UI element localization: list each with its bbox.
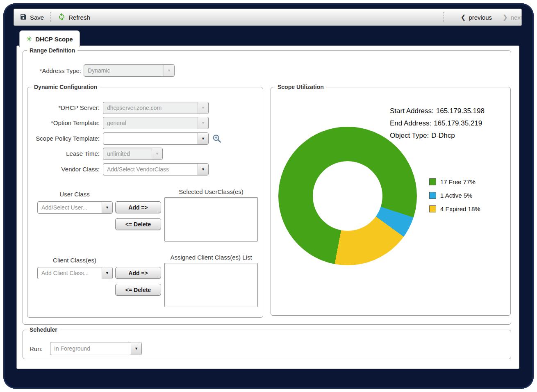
user-class-select[interactable]: Add/Select User... ▼ — [37, 201, 113, 214]
userclass-add-button[interactable]: Add => — [115, 201, 161, 213]
save-icon — [20, 13, 27, 22]
selected-userclass-list[interactable] — [164, 197, 258, 242]
chevron-down-icon[interactable]: ▼ — [131, 342, 141, 355]
chevron-down-icon[interactable]: ▼ — [198, 133, 208, 144]
legend-swatch-expired — [429, 205, 436, 212]
next-button[interactable]: ❯ next — [503, 14, 522, 21]
end-address-value: 165.179.35.219 — [434, 119, 482, 127]
toolbar-divider — [50, 12, 51, 22]
client-class-header: Client Class(es) — [36, 257, 114, 265]
tab-label: DHCP Scope — [35, 36, 73, 43]
refresh-label: Refresh — [68, 14, 90, 21]
clientclass-delete-button[interactable]: <= Delete — [115, 284, 161, 296]
user-class-placeholder: Add/Select User... — [38, 202, 102, 213]
content-panel: Range Definition *Address Type: Dynamic … — [16, 46, 519, 369]
lease-time-label: Lease Time: — [35, 150, 100, 158]
assigned-clientclass-title: Assigned Client Class(es) List — [163, 254, 259, 262]
start-address-line: Start Address:165.179.35.198 — [390, 107, 485, 119]
legend-row-expired: 4 Expired 18% — [429, 205, 480, 212]
vendor-class-label: Vendor Class: — [35, 166, 100, 174]
address-type-label: *Address Type: — [25, 67, 81, 75]
object-type-label: Object Type: — [390, 132, 429, 139]
end-address-line: End Address:165.179.35.219 — [390, 119, 485, 132]
range-definition-group: Range Definition *Address Type: Dynamic … — [23, 50, 511, 325]
run-select[interactable]: In Foreground ▼ — [50, 342, 142, 355]
userclass-delete-button[interactable]: <= Delete — [115, 218, 161, 230]
vendor-class-placeholder: Add/Select VendorClass — [103, 164, 198, 175]
lease-time-select[interactable]: unlimited ▼ — [103, 148, 163, 160]
scheduler-group: Scheduler Run: In Foreground ▼ — [23, 330, 511, 359]
assigned-clientclass-list[interactable] — [164, 263, 258, 307]
save-label: Save — [30, 14, 44, 21]
scope-utilization-donut — [278, 127, 417, 265]
scope-policy-template-value — [103, 133, 198, 144]
chevron-down-icon[interactable]: ▼ — [152, 148, 162, 160]
run-label: Run: — [30, 345, 48, 353]
object-type-value: D-Dhcp — [431, 132, 455, 139]
scheduler-legend: Scheduler — [27, 326, 60, 333]
scope-policy-template-select[interactable]: ▼ — [103, 132, 209, 145]
object-type-line: Object Type:D-Dhcp — [390, 132, 485, 144]
legend-label-free: 17 Free 77% — [440, 178, 476, 185]
scope-utilization-legend: Scope Utilization — [275, 84, 326, 90]
previous-label: previous — [469, 14, 492, 21]
chevron-left-icon: ❮ — [461, 14, 466, 21]
chevron-down-icon[interactable]: ▼ — [198, 102, 208, 114]
legend-label-expired: 4 Expired 18% — [440, 205, 480, 212]
scope-info: Start Address:165.179.35.198 End Address… — [390, 107, 485, 144]
refresh-icon — [58, 13, 66, 22]
chevron-down-icon[interactable]: ▼ — [102, 267, 112, 279]
option-template-value: general — [103, 117, 198, 129]
toolbar-divider — [443, 12, 444, 22]
client-class-placeholder: Add Client Class... — [38, 267, 102, 279]
run-value: In Foreground — [50, 342, 131, 355]
lease-time-value: unlimited — [103, 148, 152, 160]
dhcp-server-label: *DHCP Server: — [35, 104, 100, 112]
scope-utilization-group: Scope Utilization Start Address:165.179.… — [271, 87, 511, 316]
search-magnifier-icon[interactable] — [212, 134, 222, 145]
legend-row-active: 1 Active 5% — [429, 192, 480, 199]
legend-swatch-free — [429, 178, 436, 185]
vendor-class-select[interactable]: Add/Select VendorClass ▼ — [103, 163, 209, 175]
donut-hole — [313, 161, 382, 231]
legend-label-active: 1 Active 5% — [440, 192, 472, 199]
start-address-value: 165.179.35.198 — [436, 107, 485, 115]
tab-dhcp-scope[interactable]: ✳ DHCP Scope — [19, 30, 80, 47]
start-address-label: Start Address: — [390, 107, 434, 115]
user-class-header: User Class — [36, 191, 114, 199]
legend-row-free: 17 Free 77% — [429, 178, 480, 185]
client-class-select[interactable]: Add Client Class... ▼ — [37, 267, 113, 279]
toolbar: Save Refresh ❮ previous ❯ next — [14, 9, 522, 26]
dhcp-server-value: dhcpserver.zone.com — [103, 102, 198, 114]
app-window: Save Refresh ❮ previous ❯ next ✳ DHCP Sc… — [3, 3, 534, 389]
refresh-button[interactable]: Refresh — [58, 13, 90, 22]
scope-star-icon: ✳ — [26, 35, 32, 43]
address-type-select[interactable]: Dynamic ▼ — [84, 64, 175, 77]
chart-legend: 17 Free 77% 1 Active 5% 4 Expired 18% — [429, 178, 480, 212]
end-address-label: End Address: — [390, 119, 431, 127]
scope-policy-template-label: Scope Policy Template: — [35, 135, 100, 143]
legend-swatch-active — [429, 192, 436, 199]
address-type-value: Dynamic — [84, 65, 164, 76]
chevron-down-icon[interactable]: ▼ — [198, 164, 208, 175]
save-button[interactable]: Save — [20, 13, 44, 22]
option-template-label: *Option Template: — [35, 119, 100, 128]
next-label: next — [511, 14, 522, 21]
dynamic-configuration-group: Dynamic Configuration *DHCP Server: dhcp… — [27, 87, 263, 318]
range-definition-legend: Range Definition — [27, 47, 77, 54]
previous-button[interactable]: ❮ previous — [461, 14, 492, 21]
clientclass-add-button[interactable]: Add => — [115, 267, 161, 279]
option-template-select[interactable]: general ▼ — [103, 117, 209, 129]
dhcp-server-select[interactable]: dhcpserver.zone.com ▼ — [103, 102, 209, 114]
chevron-down-icon[interactable]: ▼ — [102, 202, 112, 213]
chevron-down-icon[interactable]: ▼ — [164, 65, 174, 76]
dynamic-configuration-legend: Dynamic Configuration — [32, 84, 100, 90]
chevron-right-icon: ❯ — [503, 14, 508, 21]
chevron-down-icon[interactable]: ▼ — [198, 117, 208, 129]
selected-userclass-title: Selected UserClass(es) — [164, 188, 258, 196]
